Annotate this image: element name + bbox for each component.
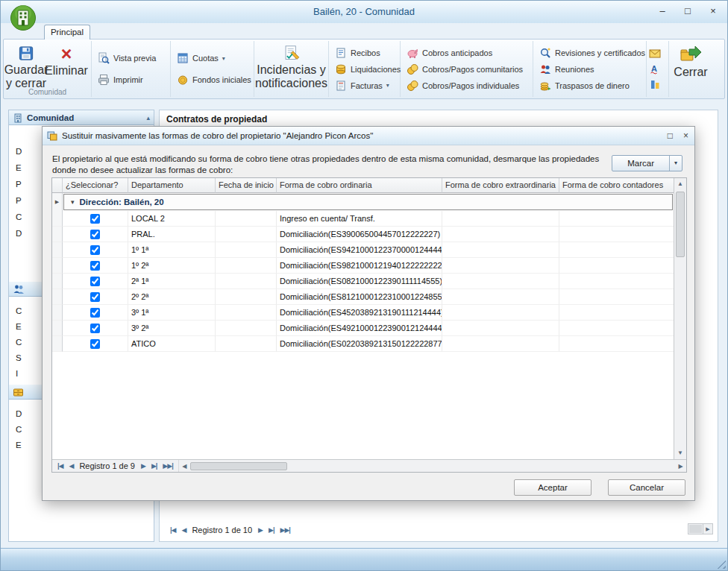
row-indicator <box>52 211 63 227</box>
sidebar-group-label: Comunidad <box>27 113 74 122</box>
vista-previa-button[interactable]: Vista previa <box>94 51 160 66</box>
vertical-scrollbar[interactable]: ▲ ▼ <box>674 178 686 459</box>
col-cobro-contadores[interactable]: Forma de cobro contadores <box>559 178 686 193</box>
new-record-button[interactable]: ▶▶| <box>280 526 289 534</box>
table-row[interactable]: LOCAL 2 Ingreso en cuenta/ Transf. <box>52 211 686 227</box>
table-row[interactable]: 2ª 1ª Domiciliación(ES082100012239011111… <box>52 274 686 289</box>
imprimir-label: Imprimir <box>113 75 143 84</box>
row-select-checkbox[interactable] <box>90 230 100 239</box>
cancelar-button[interactable]: Cancelar <box>608 479 685 496</box>
scroll-right-icon[interactable]: ▶ <box>675 463 686 470</box>
scrollbar-thumb[interactable] <box>676 192 685 257</box>
prev-record-button[interactable]: ◀ <box>69 462 73 470</box>
mail-button[interactable] <box>649 46 661 60</box>
marcar-button[interactable]: Marcar <box>612 156 669 171</box>
row-select-checkbox[interactable] <box>90 292 100 302</box>
cuotas-button[interactable]: Cuotas ▾ <box>173 51 255 66</box>
last-record-button[interactable]: ▶| <box>151 462 157 470</box>
marcar-dropdown-icon[interactable]: ▾ <box>669 156 682 171</box>
maximize-button[interactable]: □ <box>682 5 693 16</box>
first-record-button[interactable]: |◀ <box>170 526 175 534</box>
row-select-checkbox[interactable] <box>90 339 100 349</box>
row-select-checkbox[interactable] <box>90 214 100 224</box>
ribbon-group-cerrar: Cerrar <box>669 41 712 97</box>
group-expander-icon[interactable]: ▾ <box>71 198 75 206</box>
recibos-button[interactable]: Recibos <box>331 45 404 60</box>
dialog-message: El propietario al que está modificando s… <box>52 154 610 176</box>
table-row[interactable]: ATICO Domiciliación(ES022038921315012222… <box>52 336 686 352</box>
export-button[interactable] <box>650 78 661 92</box>
select-cell <box>63 274 128 289</box>
record-counter: Registro 1 de 10 <box>192 526 252 534</box>
table-row[interactable]: PRAL. Domiciliación(ES390065004457012222… <box>52 227 686 242</box>
resize-grip[interactable] <box>716 559 726 569</box>
table-row[interactable]: 3º 2ª Domiciliación(ES492100012239001212… <box>52 321 686 336</box>
horizontal-scrollbar[interactable]: ▶ <box>688 523 713 534</box>
select-cell <box>63 336 128 352</box>
group-row[interactable]: ▶ ▾ Dirección: Bailén, 20 <box>52 193 686 211</box>
new-record-button[interactable]: ▶▶| <box>163 462 172 470</box>
row-select-checkbox[interactable] <box>90 245 100 255</box>
scroll-right-icon[interactable]: ▶ <box>703 524 712 534</box>
row-indicator <box>52 242 63 258</box>
table-row[interactable]: 3º 1ª Domiciliación(ES452038921319011121… <box>52 305 686 321</box>
col-cobro-extraordinaria[interactable]: Forma de cobro extraordinaria <box>442 178 559 193</box>
sidebar-group-comunidad[interactable]: Comunidad ▴ <box>9 110 154 125</box>
scrollbar-thumb[interactable] <box>190 462 287 470</box>
cell-departamento: ATICO <box>128 336 216 352</box>
first-record-button[interactable]: |◀ <box>57 462 63 470</box>
scroll-up-icon[interactable]: ▲ <box>674 178 686 190</box>
row-select-checkbox[interactable] <box>90 308 100 318</box>
row-indicator <box>52 336 63 352</box>
scroll-left-icon[interactable]: ◀ <box>179 463 190 470</box>
guardar-y-cerrar-button[interactable]: Guardar y cerrar <box>6 42 46 90</box>
row-indicator <box>52 227 63 242</box>
prev-record-button[interactable]: ◀ <box>181 526 186 534</box>
aceptar-button[interactable]: Aceptar <box>514 479 592 496</box>
table-row[interactable]: 2º 2ª Domiciliación(ES812100012231000122… <box>52 289 686 305</box>
next-record-button[interactable]: ▶ <box>258 526 263 534</box>
imprimir-button[interactable]: Imprimir <box>94 72 160 87</box>
last-record-button[interactable]: ▶| <box>269 526 274 534</box>
eliminar-button[interactable]: × Eliminar <box>46 42 87 90</box>
fondos-label: Fondos iniciales <box>192 75 251 84</box>
cell-departamento: 1º 1ª <box>128 242 216 258</box>
cobros-anticipados-button[interactable]: Cobros anticipados <box>403 45 527 60</box>
reuniones-button[interactable]: Reuniones <box>536 62 649 77</box>
col-fecha-inicio[interactable]: Fecha de inicio <box>216 178 277 193</box>
recibos-icon <box>335 47 347 59</box>
cobros-pagos-comunitarios-button[interactable]: Cobros/Pagos comunitarios <box>403 62 527 77</box>
dialog-restore-button[interactable]: □ <box>668 130 673 141</box>
cobros-pagos-individuales-button[interactable]: Cobros/Pagos individuales <box>403 78 527 93</box>
col-seleccionar[interactable]: ¿Seleccionar? <box>63 178 128 193</box>
cerrar-button[interactable]: Cerrar <box>671 42 710 90</box>
tab-principal[interactable]: Principal <box>44 25 90 40</box>
revisiones-button[interactable]: Revisiones y certificados <box>536 45 649 60</box>
cell-contadores <box>559 274 686 289</box>
row-select-checkbox[interactable] <box>90 261 100 271</box>
traspasos-button[interactable]: Traspasos de dinero <box>536 78 649 93</box>
spelling-button[interactable]: A <box>649 62 661 76</box>
incidencias-button[interactable]: Incidencias y notificaciones <box>257 42 326 90</box>
table-row[interactable]: 1º 1ª Domiciliación(ES942100012237000012… <box>52 242 686 258</box>
window-titlebar: Bailén, 20 - Comunidad – □ × <box>1 1 727 23</box>
table-row[interactable]: 1º 2ª Domiciliación(ES982100012194012222… <box>52 258 686 274</box>
cell-extraordinaria <box>442 305 559 321</box>
dialog-close-button[interactable]: × <box>683 130 688 141</box>
scroll-down-icon[interactable]: ▼ <box>674 447 686 459</box>
col-departamento[interactable]: Departamento <box>128 178 216 193</box>
row-select-checkbox[interactable] <box>90 277 100 286</box>
horizontal-scrollbar[interactable]: ◀ ▶ <box>178 460 686 472</box>
close-button[interactable]: × <box>708 5 718 16</box>
row-select-checkbox[interactable] <box>90 324 100 333</box>
next-record-button[interactable]: ▶ <box>141 462 145 470</box>
app-menu-button[interactable] <box>10 4 37 31</box>
minimize-button[interactable]: – <box>657 5 668 16</box>
facturas-button[interactable]: Facturas ▾ <box>331 78 404 93</box>
col-cobro-ordinaria[interactable]: Forma de cobro ordinaria <box>277 178 442 193</box>
grid-header: ¿Seleccionar? Departamento Fecha de inic… <box>52 178 686 193</box>
scrollbar-thumb[interactable] <box>689 525 702 533</box>
fondos-iniciales-button[interactable]: Fondos iniciales <box>173 72 255 87</box>
liquidaciones-button[interactable]: Liquidaciones <box>331 62 404 77</box>
cell-contadores <box>559 305 686 321</box>
